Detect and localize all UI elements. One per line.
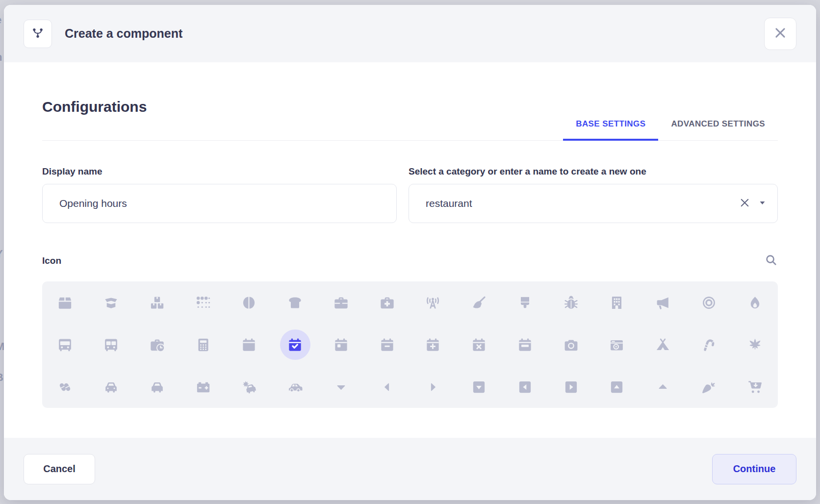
tab-base-settings[interactable]: BASE SETTINGS [563,119,658,141]
modal-footer: Cancel Continue [4,438,816,500]
icon-bread-slice-icon[interactable] [272,281,318,324]
background-page-text-fragment: M [0,340,4,353]
caret-down-icon [759,199,766,208]
icon-caret-square-left-icon[interactable] [502,366,548,408]
icon-building-icon[interactable] [594,281,640,324]
icon-candy-cane-icon[interactable] [686,324,732,366]
icon-bug-icon[interactable] [548,281,594,324]
icon-calendar-day-icon[interactable] [318,324,364,366]
icon-picker-section: Icon [42,253,778,408]
background-page-text-fragment: Y [0,248,4,260]
category-combobox [409,184,778,223]
display-name-input[interactable] [42,184,397,223]
icon-caret-square-down-icon[interactable] [456,366,502,408]
tab-advanced-settings[interactable]: ADVANCED SETTINGS [658,119,778,141]
page-background: enrYtMB Create a component [0,0,820,504]
icon-caret-down-icon[interactable] [318,366,364,408]
icon-car-battery-icon[interactable] [180,366,226,408]
configurations-header-row: Configurations BASE SETTINGS ADVANCED SE… [42,62,778,141]
icon-car-alt-icon[interactable] [134,366,180,408]
background-page-text-fragment: n [0,51,4,64]
section-heading: Configurations [42,99,147,115]
icon-briefcase-medical-icon[interactable] [364,281,410,324]
background-page-text-fragment: e [0,14,4,26]
display-name-field-group: Display name [42,166,397,223]
icon-capsules-icon[interactable] [42,366,88,408]
icon-brain-icon[interactable] [226,281,272,324]
icon-search-button[interactable] [765,253,778,268]
icon-calendar-check-icon[interactable] [272,324,318,366]
icon-caret-square-right-icon[interactable] [548,366,594,408]
icon-broadcast-tower-icon[interactable] [410,281,456,324]
component-branch-icon [30,25,45,42]
icon-picker-header: Icon [42,253,778,268]
icon-broom-icon[interactable] [456,281,502,324]
display-name-label: Display name [42,166,397,177]
category-field-group: Select a category or enter a name to cre… [409,166,778,223]
category-clear-button[interactable] [739,197,751,210]
icon-braille-icon[interactable] [180,281,226,324]
icon-caret-square-up-icon[interactable] [594,366,640,408]
icon-caret-up-icon[interactable] [640,366,686,408]
icon-label: Icon [42,255,61,266]
icon-caret-right-icon[interactable] [410,366,456,408]
icon-bullhorn-icon[interactable] [640,281,686,324]
modal-body: Configurations BASE SETTINGS ADVANCED SE… [4,62,816,438]
icon-car-side-icon[interactable] [272,366,318,408]
icon-bullseye-icon[interactable] [686,281,732,324]
icon-car-crash-icon[interactable] [226,366,272,408]
background-page-text-fragment: r [0,166,4,178]
icon-brush-icon[interactable] [502,281,548,324]
icon-grid [42,281,778,408]
form-row: Display name Select a category or enter … [42,166,778,223]
icon-box-icon[interactable] [42,281,88,324]
category-controls [739,184,766,223]
icon-calendar-minus-icon[interactable] [364,324,410,366]
icon-bus-icon[interactable] [42,324,88,366]
background-page-text-fragment: B [0,371,4,384]
cancel-button[interactable]: Cancel [24,454,95,484]
modal-header: Create a component [4,5,816,62]
settings-tabs: BASE SETTINGS ADVANCED SETTINGS [563,119,778,141]
icon-boxes-stacked-icon[interactable] [134,281,180,324]
icon-calendar-week-icon[interactable] [502,324,548,366]
icon-burn-icon[interactable] [732,281,778,324]
close-icon [773,25,788,42]
modal-title: Create a component [65,26,182,41]
icon-cart-arrow-down-icon[interactable] [732,366,778,408]
category-input[interactable] [409,184,778,223]
icon-bus-alt-icon[interactable] [88,324,134,366]
component-branch-icon-box [24,20,52,48]
clear-x-icon [739,197,751,210]
search-icon [765,253,778,268]
icon-calendar-plus-icon[interactable] [410,324,456,366]
icon-camera-retro-icon[interactable] [594,324,640,366]
create-component-modal: Create a component Configurations BASE S… [4,5,816,500]
icon-box-open-icon[interactable] [88,281,134,324]
icon-carrot-icon[interactable] [686,366,732,408]
category-label: Select a category or enter a name to cre… [409,166,778,177]
icon-cannabis-icon[interactable] [732,324,778,366]
icon-briefcase-icon[interactable] [318,281,364,324]
continue-button[interactable]: Continue [712,454,796,484]
icon-campground-icon[interactable] [640,324,686,366]
icon-calculator-icon[interactable] [180,324,226,366]
icon-calendar-times-icon[interactable] [456,324,502,366]
icon-calendar-icon[interactable] [226,324,272,366]
category-dropdown-button[interactable] [759,199,766,208]
icon-business-time-icon[interactable] [134,324,180,366]
icon-caret-left-icon[interactable] [364,366,410,408]
icon-camera-icon[interactable] [548,324,594,366]
close-button[interactable] [764,18,796,50]
icon-car-icon[interactable] [88,366,134,408]
background-page-text-fragment: t [0,304,4,317]
